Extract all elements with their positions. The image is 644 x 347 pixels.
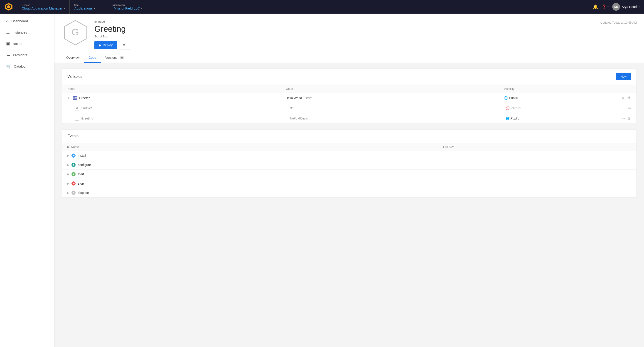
sidebar-item-catalog[interactable]: 🛒 Catalog: [0, 60, 54, 72]
sidebar-item-providers[interactable]: ☁ Providers: [0, 49, 54, 60]
tab-code[interactable]: Code: [84, 53, 100, 63]
event-name-cell: ▶ install: [68, 154, 443, 158]
var-visibility: 🌐 Public: [505, 117, 613, 120]
table-row: ▼ HW Greeter Hello World · Draft 🌐 Publi…: [62, 93, 636, 103]
sidebar-item-label: Dashboard: [11, 19, 28, 23]
event-name-cell: ▶ start: [68, 172, 443, 176]
var-value: Hello World: [286, 96, 302, 100]
sidebar-item-boxes[interactable]: ▣ Boxes: [0, 38, 54, 49]
event-name: install: [78, 154, 86, 157]
app-header-left: G johndoe Greeting Script Box ▶ Deploy: [62, 19, 131, 49]
help-button[interactable]: ❓ ▾: [602, 4, 608, 9]
col-name-label: Name: [71, 145, 79, 149]
var-name: Greeting: [81, 117, 93, 120]
visibility-label: Public: [509, 96, 518, 100]
org-label: Organization: [110, 4, 147, 6]
sidebar-item-instances[interactable]: ☰ Instances: [0, 26, 54, 38]
var-name: Greeter: [79, 96, 90, 100]
event-chevron-icon[interactable]: ▶: [68, 164, 69, 166]
var-value-cell: Hello Alberto: [290, 117, 505, 120]
delete-button[interactable]: 🗑: [628, 96, 631, 100]
globe-icon: 🌐: [505, 117, 509, 120]
site-label: Site: [74, 4, 101, 6]
service-name: Cloud Application Manager: [22, 6, 62, 10]
row-actions: ✏ 🗑: [613, 96, 631, 100]
boxes-icon: ▣: [6, 41, 10, 46]
list-item: ▶ stop: [62, 179, 636, 188]
org-name: MissionField LLC: [114, 6, 140, 10]
events-section: Events ▶ Name File Size ▶: [62, 129, 637, 198]
play-icon: ▶: [99, 43, 102, 47]
bell-icon: 🔔: [593, 4, 598, 9]
notifications-button[interactable]: 🔔: [593, 4, 598, 9]
edit-button[interactable]: ✏: [622, 96, 625, 100]
tab-versions[interactable]: Versions 0: [101, 53, 129, 63]
org-icon: |: [110, 6, 112, 10]
play-icon: [72, 182, 75, 185]
var-icon: T: [75, 116, 79, 121]
main-content: G johndoe Greeting Script Box ▶ Deploy: [54, 13, 644, 347]
service-value[interactable]: Cloud Application Manager ▾: [22, 6, 65, 10]
event-chevron-icon[interactable]: ▶: [68, 154, 69, 157]
expand-all-chevron[interactable]: ▶: [68, 145, 70, 149]
providers-icon: ☁: [6, 52, 10, 57]
variables-header: Variables New: [62, 68, 636, 85]
col-actions: [613, 87, 631, 90]
app-header: G johndoe Greeting Script Box ▶ Deploy: [54, 13, 644, 63]
event-chevron-icon[interactable]: ▶: [68, 191, 69, 194]
event-chevron-icon[interactable]: ▶: [68, 173, 69, 176]
list-item: ▶ dispose: [62, 188, 636, 198]
visibility-label: Public: [510, 117, 519, 120]
delete-button[interactable]: 🗑: [628, 116, 631, 121]
row-actions: ✏: [613, 106, 631, 110]
event-dot-start: [72, 172, 76, 176]
tab-overview[interactable]: Overview: [62, 53, 84, 63]
tab-versions-badge: 0: [120, 56, 124, 59]
app-hex-icon: G: [62, 19, 89, 46]
row-actions: ✏ 🗑: [613, 116, 631, 121]
site-value[interactable]: Applications ▾: [74, 6, 101, 10]
user-menu[interactable]: AR Arya Roudi ▾: [612, 3, 640, 11]
help-icon: ❓: [602, 4, 606, 9]
app-title: Greeting: [94, 24, 131, 34]
play-icon: [72, 154, 75, 157]
col-name: Name: [68, 87, 286, 90]
deploy-label: Deploy: [103, 43, 113, 47]
sidebar-item-dashboard[interactable]: ⌂ Dashboard: [0, 15, 54, 26]
list-item: ▶ start: [62, 170, 636, 179]
var-value: 80: [290, 106, 294, 110]
tab-code-label: Code: [88, 56, 96, 59]
edit-button[interactable]: ✏: [628, 106, 631, 110]
variables-new-button[interactable]: New: [616, 73, 631, 80]
event-name-cell: ▶ configure: [68, 163, 443, 167]
variables-table: Name Value Visibility ▼ HW Greeter: [62, 85, 636, 124]
expand-chevron[interactable]: ▼: [68, 97, 70, 99]
list-item: ▶ configure: [62, 160, 636, 170]
event-dot-dispose: [72, 191, 76, 195]
code-content: Variables New Name Value Visibility ▼: [54, 63, 644, 209]
event-name: configure: [78, 163, 91, 167]
site-chevron-icon: ▾: [94, 7, 95, 9]
visibility-label: Internal: [510, 106, 521, 110]
col-value: Value: [286, 87, 504, 90]
col-filesize-label: File Size: [443, 145, 631, 149]
event-dot-stop: [72, 181, 76, 186]
sidebar-item-label: Instances: [12, 30, 27, 34]
org-value[interactable]: | MissionField LLC ▾: [110, 6, 147, 10]
edit-button[interactable]: ✏: [622, 116, 625, 121]
deploy-button[interactable]: ▶ Deploy: [94, 41, 117, 49]
service-section: Service Cloud Application Manager ▾: [17, 0, 70, 13]
catalog-icon: 🛒: [6, 64, 11, 69]
event-chevron-icon[interactable]: ▶: [68, 182, 69, 185]
var-name-cell: ▼ HW Greeter: [68, 96, 286, 100]
logo[interactable]: [4, 2, 14, 12]
events-table-header: ▶ Name File Size: [62, 143, 636, 151]
variables-title: Variables: [68, 75, 82, 79]
org-chevron-icon: ▾: [141, 7, 142, 9]
dashboard-icon: ⌂: [6, 18, 8, 23]
main-layout: ⌂ Dashboard ☰ Instances ▣ Boxes ☁ Provid…: [0, 13, 644, 347]
gear-button[interactable]: ⚙ ▾: [119, 41, 131, 49]
app-tabs: Overview Code Versions 0: [62, 53, 637, 63]
avatar: AR: [612, 3, 620, 11]
events-col-name: ▶ Name: [68, 145, 443, 149]
